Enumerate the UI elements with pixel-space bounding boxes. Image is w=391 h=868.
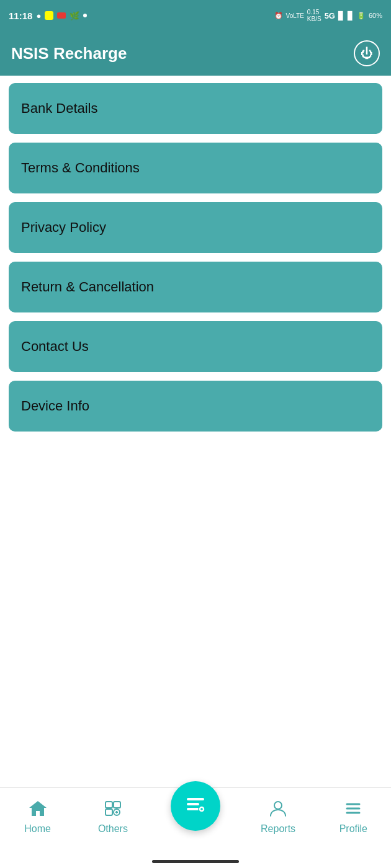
menu-item-contact-us[interactable]: Contact Us: [9, 321, 382, 372]
menu-item-privacy-policy[interactable]: Privacy Policy: [9, 202, 382, 253]
nav-others-label: Others: [98, 823, 128, 835]
network-label: 5G: [325, 11, 335, 20]
home-icon: [28, 799, 48, 821]
leaf-icon: 🌿: [70, 11, 79, 20]
menu-item-label-contact-us: Contact Us: [21, 339, 89, 354]
status-right: ⏰ VoLTE 0.15KB/S 5G ▊ ▊ 🔋 60%: [274, 9, 382, 22]
app-title: NSIS Recharge: [11, 44, 127, 63]
fab-container: [171, 781, 220, 831]
signal-icon2: ▊: [348, 11, 354, 20]
nav-profile-label: Profile: [339, 823, 367, 835]
power-button[interactable]: ⏻: [354, 40, 380, 66]
time-display: 11:18: [9, 11, 32, 21]
menu-item-bank-details[interactable]: Bank Details: [9, 83, 382, 134]
nav-item-reports[interactable]: Reports: [253, 794, 303, 839]
volte-label: VoLTE: [286, 12, 304, 19]
all-services-fab-button[interactable]: [171, 781, 220, 831]
menu-item-label-bank-details: Bank Details: [21, 100, 98, 116]
nav-item-others[interactable]: Others: [88, 794, 138, 839]
svg-rect-8: [106, 809, 112, 815]
snapchat-icon: [45, 11, 53, 20]
signal-icon: ▊: [338, 11, 344, 20]
svg-rect-0: [187, 798, 204, 800]
svg-rect-1: [187, 803, 199, 805]
home-indicator: [152, 860, 239, 863]
nav-reports-label: Reports: [261, 823, 295, 835]
menu-item-return-cancellation[interactable]: Return & Cancellation: [9, 262, 382, 312]
notification-icon: [57, 12, 66, 19]
menu-item-terms-conditions[interactable]: Terms & Conditions: [9, 143, 382, 193]
menu-item-label-return-cancellation: Return & Cancellation: [21, 279, 154, 294]
svg-rect-6: [106, 802, 112, 808]
battery-icon: 🔋: [357, 12, 366, 20]
battery-label: 60%: [369, 12, 382, 19]
dot-icon: [83, 14, 87, 17]
nav-home-label: Home: [24, 823, 51, 835]
status-bar: 11:18 ● 🌿 ⏰ VoLTE 0.15KB/S 5G ▊ ▊ 🔋 60%: [0, 0, 391, 31]
alarm-icon: ⏰: [274, 12, 283, 20]
menu-item-label-device-info: Device Info: [21, 398, 89, 414]
wifi-icon: ●: [36, 11, 41, 20]
speed-label: 0.15KB/S: [307, 9, 321, 22]
nav-item-profile[interactable]: Profile: [328, 794, 378, 839]
others-icon: [103, 799, 123, 821]
menu-item-device-info[interactable]: Device Info: [9, 381, 382, 432]
menu-item-label-terms-conditions: Terms & Conditions: [21, 160, 140, 175]
top-bar: NSIS Recharge ⏻: [0, 31, 391, 76]
svg-point-12: [274, 802, 282, 809]
profile-icon: [343, 799, 363, 821]
main-content: Bank DetailsTerms & ConditionsPrivacy Po…: [0, 76, 391, 448]
power-icon: ⏻: [361, 47, 373, 60]
services-icon: [184, 793, 207, 820]
nav-item-home[interactable]: Home: [13, 794, 63, 839]
svg-rect-7: [114, 802, 120, 808]
status-time: 11:18 ● 🌿: [9, 11, 87, 21]
reports-icon: [268, 799, 288, 821]
menu-item-label-privacy-policy: Privacy Policy: [21, 219, 106, 235]
